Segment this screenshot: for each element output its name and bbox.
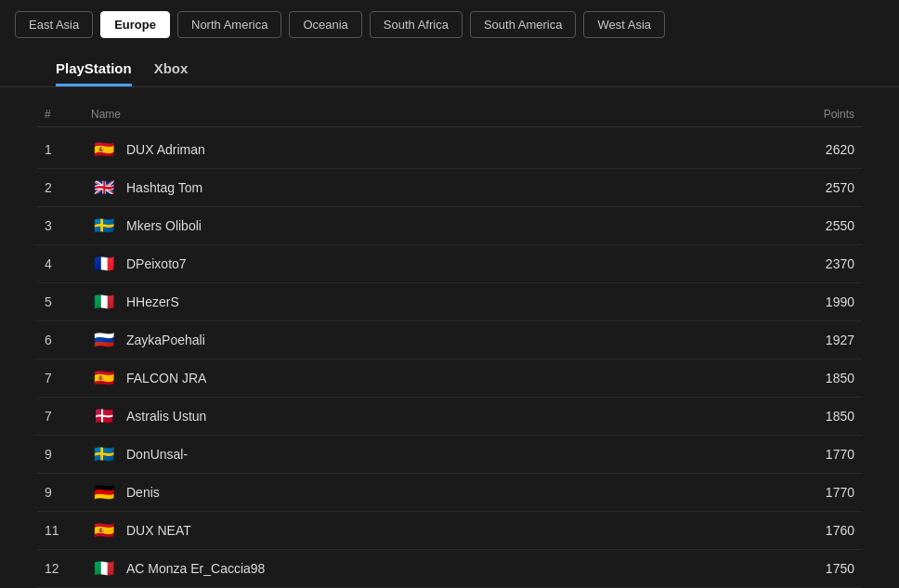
player-info: 🇪🇸 DUX Adriman (91, 140, 780, 159)
flag-icon: 🇫🇷 (91, 255, 117, 273)
flag-icon: 🇸🇪 (91, 445, 117, 464)
table-row: 3 🇸🇪 Mkers Oliboli 2550 (37, 207, 862, 245)
leaderboard: # Name Points 1 🇪🇸 DUX Adriman 2620 2 🇬🇧… (0, 102, 899, 588)
rank-cell: 9 (45, 447, 91, 462)
region-tab-north-america[interactable]: North America (177, 11, 281, 38)
player-info: 🇸🇪 Mkers Oliboli (91, 216, 780, 235)
rank-cell: 12 (45, 561, 91, 576)
player-info: 🇷🇺 ZaykaPoehali (91, 331, 780, 349)
flag-icon: 🇬🇧 (91, 178, 117, 197)
rank-cell: 9 (45, 485, 91, 500)
platform-tab-xbox[interactable]: Xbox (154, 60, 189, 86)
points-cell: 1850 (780, 409, 854, 424)
flag-icon: 🇷🇺 (91, 331, 117, 349)
rank-cell: 7 (45, 409, 91, 424)
player-info: 🇬🇧 Hashtag Tom (91, 178, 780, 197)
player-info: 🇫🇷 DPeixoto7 (91, 255, 780, 273)
platform-tab-playstation[interactable]: PlayStation (56, 60, 132, 86)
table-row: 5 🇮🇹 HHezerS 1990 (37, 283, 862, 321)
region-tabs-container: East AsiaEuropeNorth AmericaOceaniaSouth… (0, 0, 899, 49)
flag-icon: 🇪🇸 (91, 369, 117, 387)
flag-icon: 🇸🇪 (91, 216, 117, 235)
region-tab-europe[interactable]: Europe (100, 11, 170, 38)
table-row: 2 🇬🇧 Hashtag Tom 2570 (37, 169, 862, 207)
player-name: Hashtag Tom (126, 180, 202, 195)
table-row: 12 🇮🇹 AC Monza Er_Caccia98 1750 (37, 550, 862, 588)
player-name: HHezerS (126, 294, 179, 309)
points-cell: 2550 (780, 218, 854, 233)
player-info: 🇩🇪 Denis (91, 483, 780, 502)
points-cell: 1850 (780, 371, 854, 385)
points-cell: 1750 (780, 561, 854, 576)
region-tab-south-africa[interactable]: South Africa (370, 11, 463, 38)
col-name-header: Name (91, 108, 780, 121)
region-tab-south-america[interactable]: South America (470, 11, 577, 38)
player-name: Mkers Oliboli (126, 218, 202, 233)
player-name: DPeixoto7 (126, 256, 187, 271)
table-row: 9 🇩🇪 Denis 1770 (37, 474, 862, 512)
flag-icon: 🇩🇪 (91, 483, 117, 502)
points-cell: 1990 (780, 294, 854, 309)
rank-cell: 3 (45, 218, 91, 233)
table-row: 4 🇫🇷 DPeixoto7 2370 (37, 245, 862, 283)
player-name: DonUnsal- (126, 447, 188, 462)
table-row: 6 🇷🇺 ZaykaPoehali 1927 (37, 321, 862, 359)
player-name: FALCON JRA (126, 371, 206, 385)
region-tab-oceania[interactable]: Oceania (289, 11, 361, 38)
rank-cell: 6 (45, 333, 91, 347)
points-cell: 1760 (780, 523, 854, 538)
player-name: DUX NEAT (126, 523, 191, 538)
rank-cell: 2 (45, 180, 91, 195)
player-name: AC Monza Er_Caccia98 (126, 561, 265, 576)
rank-cell: 11 (45, 523, 91, 538)
player-info: 🇮🇹 AC Monza Er_Caccia98 (91, 559, 780, 578)
leaderboard-header: # Name Points (37, 102, 862, 127)
flag-icon: 🇮🇹 (91, 293, 117, 311)
flag-icon: 🇪🇸 (91, 521, 117, 540)
player-info: 🇪🇸 DUX NEAT (91, 521, 780, 540)
platform-tabs-container: PlayStationXbox (0, 49, 899, 87)
player-name: ZaykaPoehali (126, 333, 205, 347)
player-info: 🇮🇹 HHezerS (91, 293, 780, 311)
rank-cell: 5 (45, 294, 91, 309)
player-name: Denis (126, 485, 160, 500)
player-name: Astralis Ustun (126, 409, 206, 424)
rank-cell: 4 (45, 256, 91, 271)
flag-icon: 🇩🇰 (91, 407, 117, 425)
points-cell: 2370 (780, 256, 854, 271)
table-row: 1 🇪🇸 DUX Adriman 2620 (37, 131, 862, 169)
col-points-header: Points (780, 108, 854, 121)
player-name: DUX Adriman (126, 142, 205, 157)
table-row: 7 🇩🇰 Astralis Ustun 1850 (37, 398, 862, 436)
points-cell: 1927 (780, 333, 854, 347)
rank-cell: 1 (45, 142, 91, 157)
table-row: 9 🇸🇪 DonUnsal- 1770 (37, 436, 862, 474)
col-rank-header: # (45, 108, 91, 121)
player-info: 🇪🇸 FALCON JRA (91, 369, 780, 387)
flag-icon: 🇮🇹 (91, 559, 117, 578)
region-tab-east-asia[interactable]: East Asia (15, 11, 93, 38)
region-tab-west-asia[interactable]: West Asia (583, 11, 665, 38)
points-cell: 2570 (780, 180, 854, 195)
table-row: 7 🇪🇸 FALCON JRA 1850 (37, 359, 862, 398)
points-cell: 1770 (780, 447, 854, 462)
points-cell: 2620 (780, 142, 854, 157)
rank-cell: 7 (45, 371, 91, 385)
player-info: 🇩🇰 Astralis Ustun (91, 407, 780, 425)
points-cell: 1770 (780, 485, 854, 500)
flag-icon: 🇪🇸 (91, 140, 117, 159)
table-row: 11 🇪🇸 DUX NEAT 1760 (37, 512, 862, 550)
player-info: 🇸🇪 DonUnsal- (91, 445, 780, 464)
